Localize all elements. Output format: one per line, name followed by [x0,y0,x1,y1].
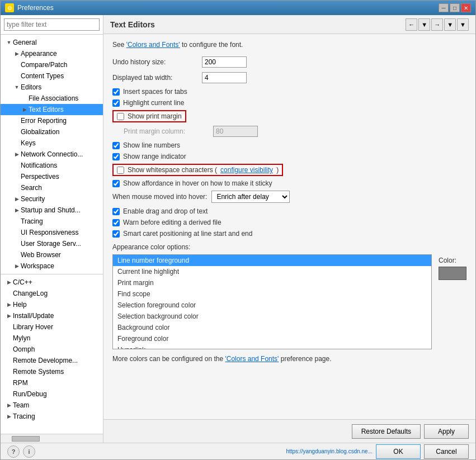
tree-item-text-editors[interactable]: ▶ Text Editors [1,104,103,115]
help-icon[interactable]: ? [7,445,20,458]
toggle-search [13,184,21,192]
tree-item-notifications[interactable]: Notifications [1,160,103,171]
smart-caret-checkbox[interactable] [112,230,120,238]
range-indicator-row: Show range indicator [112,153,466,160]
configure-visibility-link[interactable]: configure visibility [220,166,273,174]
color-item-hyperlink[interactable]: Hyperlink [113,344,431,349]
ok-cancel-area: https://yangduanyin.blog.csdn.ne... OK C… [286,444,469,459]
tree-item-editors[interactable]: ▼ Editors [1,82,103,93]
color-swatch[interactable] [439,267,466,280]
toggle-tracing [13,217,21,225]
tree-item-remote-systems[interactable]: Remote Systems [1,366,103,377]
view-menu[interactable]: ▼ [457,18,469,31]
show-print-margin-checkbox[interactable] [117,113,124,120]
print-margin-label: Print margin column: [124,127,213,135]
insert-spaces-row: Insert spaces for tabs [112,88,466,96]
tree-item-team[interactable]: ▶ Team [1,400,103,411]
tree-item-compare-patch[interactable]: Compare/Patch [1,59,103,70]
color-item-background[interactable]: Background color [113,322,431,333]
color-item-print-margin[interactable]: Print margin [113,277,431,288]
color-list[interactable]: Line number foreground Current line high… [112,254,432,349]
color-item-line-number-fg[interactable]: Line number foreground [113,255,431,266]
hover-row: When mouse moved into hover: Enrich afte… [112,191,466,203]
toggle-web-browser [13,251,21,259]
tree-item-web-browser[interactable]: Web Browser [1,249,103,260]
tree-item-remote-dev[interactable]: Remote Developme... [1,355,103,366]
color-item-selection-fg[interactable]: Selection foreground color [113,300,431,311]
minimize-button[interactable]: ─ [439,3,449,12]
hover-select[interactable]: Enrich after delay Enrich immediately Ne… [211,191,290,203]
tree-item-changelog[interactable]: ChangeLog [1,288,103,299]
warn-derived-checkbox[interactable] [112,219,120,226]
tree-item-content-types[interactable]: Content Types [1,70,103,82]
tree-item-perspectives[interactable]: Perspectives [1,171,103,182]
highlight-line-checkbox[interactable] [112,99,120,107]
color-item-current-line[interactable]: Current line highlight [113,266,431,277]
horizontal-scrollbar[interactable] [1,434,103,443]
filter-box [1,15,103,35]
whitespace-checkbox[interactable] [117,167,124,174]
line-numbers-checkbox[interactable] [112,142,120,149]
close-button[interactable]: ✕ [461,3,471,12]
insert-spaces-checkbox[interactable] [112,88,120,96]
title-bar: ⚙ Preferences ─ □ ✕ [1,1,475,15]
tree-item-install-update[interactable]: ▶ Install/Update [1,310,103,321]
tree-item-error-reporting[interactable]: Error Reporting [1,115,103,126]
tree-item-cpp[interactable]: ▶ C/C++ [1,277,103,288]
toggle-help: ▶ [5,301,13,309]
window-title: Preferences [17,4,54,12]
tree-item-rpm[interactable]: RPM [1,377,103,388]
tree-item-help[interactable]: ▶ Help [1,299,103,310]
toggle-content-types [13,72,21,80]
tree-item-globalization[interactable]: Globalization [1,126,103,137]
restore-defaults-button[interactable]: Restore Defaults [352,424,421,439]
tree-item-run-debug[interactable]: Run/Debug [1,388,103,400]
apply-button[interactable]: Apply [424,424,469,439]
tree-item-library-hover[interactable]: Library Hover [1,321,103,333]
colors-fonts-link[interactable]: 'Colors and Fonts' [126,41,180,49]
tree-item-startup[interactable]: ▶ Startup and Shutd... [1,205,103,216]
tree-item-appearance[interactable]: ▶ Appearance [1,48,103,59]
status-url: https://yangduanyin.blog.csdn.ne... [286,448,373,454]
tree-item-oomph[interactable]: Oomph [1,344,103,355]
tree-item-keys[interactable]: Keys [1,137,103,149]
tree-item-file-assoc[interactable]: File Associations [1,93,103,104]
tree-item-general[interactable]: ▼ General [1,37,103,48]
range-indicator-checkbox[interactable] [112,153,120,160]
tree-item-tracing[interactable]: Tracing [1,216,103,227]
ok-button[interactable]: OK [376,444,421,459]
toggle-library-hover [5,323,13,331]
cancel-button[interactable]: Cancel [424,444,469,459]
affordance-row: Show affordance in hover on how to make … [112,179,466,187]
more-colors-link[interactable]: 'Colors and Fonts' [225,355,279,363]
drag-drop-checkbox[interactable] [112,208,120,215]
affordance-checkbox[interactable] [112,180,120,187]
toggle-general: ▼ [5,39,13,46]
undo-history-input[interactable] [202,56,247,68]
tree-item-security[interactable]: ▶ Security [1,193,103,205]
info-text: See 'Colors and Fonts' to configure the … [112,41,466,49]
color-item-find-scope[interactable]: Find scope [113,288,431,300]
tab-width-input[interactable] [202,72,247,83]
tree-item-mylyn[interactable]: Mylyn [1,333,103,344]
filter-input[interactable] [4,18,100,31]
forward-dropdown[interactable]: ▼ [444,18,456,31]
info-icon[interactable]: i [23,445,35,458]
toggle-run-debug [5,390,13,398]
tree-item-search[interactable]: Search [1,182,103,193]
maximize-button[interactable]: □ [450,3,460,12]
tab-width-label: Displayed tab width: [112,74,202,82]
scrollbar-thumb[interactable] [12,436,40,442]
tree-item-network[interactable]: ▶ Network Connectio... [1,149,103,160]
color-item-selection-bg[interactable]: Selection background color [113,311,431,322]
tree-item-workspace[interactable]: ▶ Workspace [1,260,103,272]
back-button[interactable]: ← [406,18,417,31]
preferences-window: ⚙ Preferences ─ □ ✕ ▼ General [0,0,476,460]
smart-caret-row: Smart caret positioning at line start an… [112,230,466,238]
forward-button[interactable]: → [431,18,443,31]
back-dropdown[interactable]: ▼ [418,18,430,31]
tree-item-tracing2[interactable]: ▶ Tracing [1,411,103,422]
tree-item-user-storage[interactable]: User Storage Serv... [1,238,103,249]
color-item-foreground[interactable]: Foreground color [113,333,431,344]
tree-item-ui-responsiveness[interactable]: UI Responsiveness [1,227,103,238]
